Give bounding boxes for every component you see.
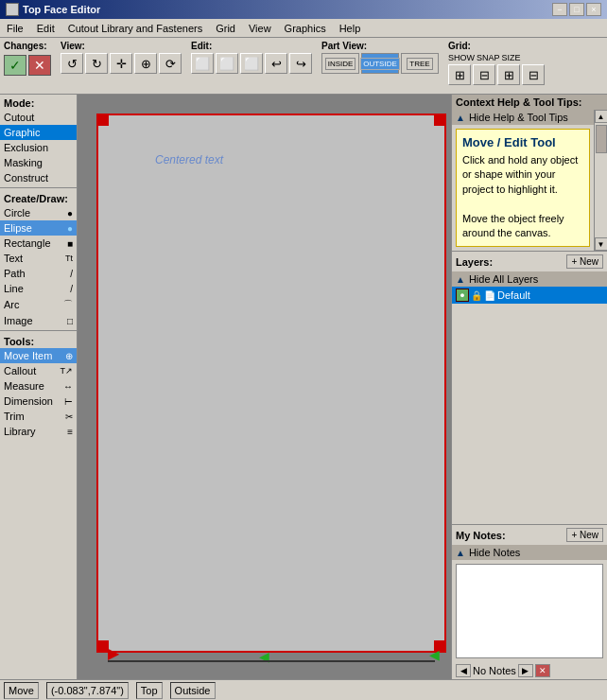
sidebar-draw-elipse[interactable]: Elipse ●	[0, 220, 77, 236]
context-help-content: ▲ Hide Help & Tool Tips Move / Edit Tool…	[452, 110, 594, 251]
view-group: View: ↺ ↻ ✛ ⊕ ⟳	[61, 41, 182, 74]
sidebar-draw-path[interactable]: Path /	[0, 266, 77, 281]
sidebar-tool-move[interactable]: Move Item ⊕	[0, 348, 77, 363]
menu-edit[interactable]: Edit	[34, 22, 58, 35]
confirm-button[interactable]: ✓	[4, 55, 26, 76]
grid-btn-2[interactable]: ⊞	[497, 64, 520, 85]
status-face: Top	[136, 682, 163, 699]
layer-name: Default	[497, 289, 530, 301]
dimension-icon: ⊢	[64, 396, 73, 407]
menu-view[interactable]: View	[246, 22, 274, 35]
edit-label: Edit:	[191, 41, 312, 51]
sidebar-draw-arc[interactable]: Arc ⌒	[0, 296, 77, 313]
left-sidebar: Mode: Cutout Graphic Exclusion Masking C…	[0, 95, 78, 679]
menu-file[interactable]: File	[4, 22, 26, 35]
sidebar-tool-library[interactable]: Library ≡	[0, 424, 77, 439]
sidebar-draw-text[interactable]: Text Tt	[0, 251, 77, 266]
edit-btn-1[interactable]: ⬜	[216, 53, 238, 74]
sidebar-draw-rectangle[interactable]: Rectangle ■	[0, 236, 77, 251]
edit-btn-0[interactable]: ⬜	[191, 53, 214, 74]
maximize-button[interactable]: □	[569, 3, 584, 16]
notes-delete-button[interactable]: ✕	[535, 664, 550, 677]
help-scroll-thumb[interactable]	[596, 125, 607, 153]
corner-tl	[97, 114, 109, 126]
text-icon: Tt	[65, 254, 73, 263]
layers-collapse-icon: ▲	[456, 274, 465, 285]
redo-button[interactable]: ↪	[289, 53, 312, 74]
sidebar-tool-trim[interactable]: Trim ✂	[0, 409, 77, 424]
sidebar-divider-1	[0, 187, 77, 188]
context-help-header[interactable]: Context Help & Tool Tips:	[452, 95, 607, 110]
sidebar-draw-image[interactable]: Image □	[0, 313, 77, 328]
status-bar: Move (-0.083",7.874") Top Outside	[0, 679, 607, 700]
status-coords: (-0.083",7.874")	[46, 682, 129, 699]
inside-button[interactable]: INSIDE	[321, 53, 359, 74]
tree-button[interactable]: TREE	[401, 53, 439, 74]
new-note-button[interactable]: + New	[566, 528, 603, 542]
menu-cutout[interactable]: Cutout Library and Fasteners	[65, 22, 205, 35]
canvas-area[interactable]: Centered text ▶ ◀ ◀	[78, 95, 451, 679]
hide-help-button[interactable]: ▲ Hide Help & Tool Tips	[452, 110, 594, 125]
layers-label: Layers:	[456, 256, 493, 268]
content-area: Mode: Cutout Graphic Exclusion Masking C…	[0, 95, 607, 679]
canvas-paper: Centered text ▶ ◀ ◀	[96, 114, 446, 653]
menu-grid[interactable]: Grid	[213, 22, 238, 35]
elipse-icon: ●	[67, 223, 73, 234]
sidebar-tool-dimension[interactable]: Dimension ⊢	[0, 394, 77, 409]
sidebar-draw-line[interactable]: Line /	[0, 281, 77, 296]
sidebar-divider-2	[0, 330, 77, 331]
grid-btn-0[interactable]: ⊞	[448, 64, 471, 85]
title-text: Top Face Editor	[23, 4, 100, 15]
grid-show-label: SHOW	[448, 53, 475, 62]
notes-next-button[interactable]: ▶	[518, 664, 533, 677]
notes-area	[456, 564, 603, 658]
edit-group: Edit: ⬜ ⬜ ⬜ ↩ ↪	[191, 41, 312, 74]
undo-button[interactable]: ↩	[265, 53, 287, 74]
new-layer-button[interactable]: + New	[566, 254, 603, 269]
grid-label: Grid:	[448, 41, 545, 51]
menu-graphics[interactable]: Graphics	[282, 22, 329, 35]
view-btn-1[interactable]: ↻	[85, 53, 108, 74]
panel-spacer	[452, 304, 607, 524]
sidebar-mode-graphic[interactable]: Graphic	[0, 125, 77, 140]
context-help-section: ▲ Hide Help & Tool Tips Move / Edit Tool…	[452, 110, 607, 252]
sidebar-mode-exclusion[interactable]: Exclusion	[0, 140, 77, 155]
view-btn-0[interactable]: ↺	[61, 53, 83, 74]
help-scroll-up[interactable]: ▲	[595, 110, 608, 123]
notes-prev-button[interactable]: ◀	[456, 664, 471, 677]
toolbar-area: Changes: ✓ ✕ View: ↺ ↻ ✛ ⊕ ⟳ Edit: ⬜ ⬜ ⬜	[0, 38, 607, 95]
sidebar-mode-construct[interactable]: Construct	[0, 170, 77, 185]
context-help-scrollbar[interactable]: ▲ ▼	[594, 110, 607, 251]
help-scroll-down[interactable]: ▼	[595, 237, 608, 251]
app-icon	[6, 3, 19, 16]
view-btn-4[interactable]: ⟳	[159, 53, 182, 74]
edit-btn-2[interactable]: ⬜	[240, 53, 263, 74]
hide-layers-button[interactable]: ▲ Hide All Layers	[452, 271, 607, 287]
canvas-centered-text: Centered text	[155, 153, 223, 166]
sidebar-mode-masking[interactable]: Masking	[0, 155, 77, 170]
view-btn-2[interactable]: ✛	[110, 53, 132, 74]
sidebar-tool-measure[interactable]: Measure ↔	[0, 378, 77, 394]
view-btn-3[interactable]: ⊕	[134, 53, 157, 74]
layer-visible-icon[interactable]: ●	[456, 289, 469, 302]
my-notes-section: My Notes: + New ▲ Hide Notes ◀ No Notes …	[452, 524, 607, 679]
layer-icon1: 🔒	[471, 290, 482, 301]
tool-title: Move / Edit Tool	[462, 135, 583, 149]
my-notes-label: My Notes:	[456, 530, 506, 541]
minimize-button[interactable]: −	[552, 3, 567, 16]
sidebar-draw-circle[interactable]: Circle ●	[0, 205, 77, 220]
outside-button[interactable]: OUTSIDE	[361, 53, 399, 74]
collapse-icon: ▲	[456, 113, 465, 123]
title-bar: Top Face Editor − □ ×	[0, 0, 607, 19]
grid-btn-1[interactable]: ⊟	[473, 64, 495, 85]
grid-btn-3[interactable]: ⊟	[522, 64, 545, 85]
cancel-button[interactable]: ✕	[28, 55, 51, 76]
image-icon: □	[67, 316, 73, 326]
sidebar-tool-callout[interactable]: Callout T↗	[0, 363, 77, 378]
sidebar-mode-cutout[interactable]: Cutout	[0, 110, 77, 125]
close-button[interactable]: ×	[586, 3, 601, 16]
menu-help[interactable]: Help	[337, 22, 364, 35]
hide-notes-button[interactable]: ▲ Hide Notes	[452, 545, 607, 560]
default-layer[interactable]: ● 🔒 📄 Default	[452, 287, 607, 304]
status-side: Outside	[170, 682, 216, 699]
